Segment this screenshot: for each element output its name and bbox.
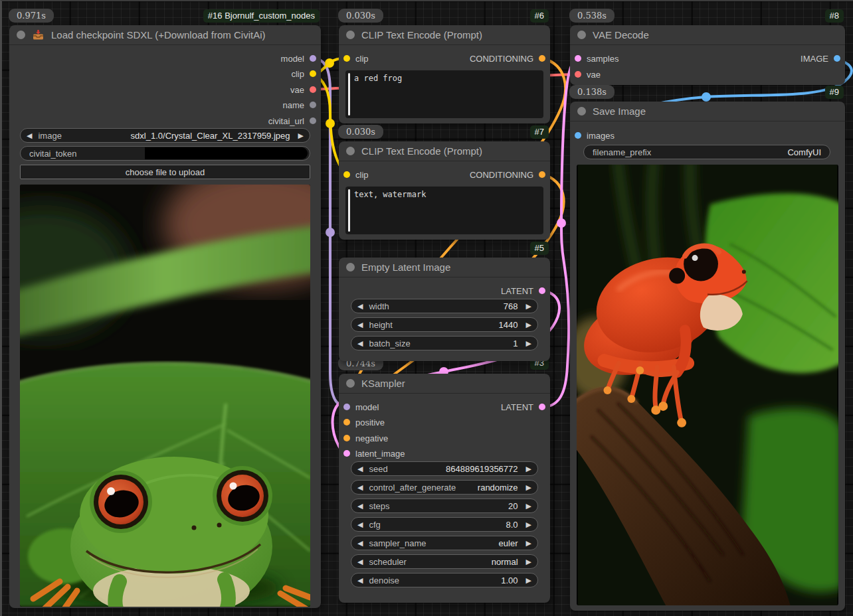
widget-value: 20 (508, 501, 518, 511)
node-id-badge: #16 Bjornulf_custom_nodes (203, 9, 320, 23)
redacted-token-value (145, 147, 308, 159)
node-title-bar[interactable]: CLIP Text Encode (Prompt) (339, 141, 550, 161)
slot-label: clip (291, 69, 304, 79)
prompt-textarea[interactable]: a red frog (345, 70, 543, 118)
combo-left-arrow-icon[interactable]: ◀ (357, 558, 363, 566)
combo-right-arrow-icon[interactable]: ▶ (526, 577, 531, 584)
combo-right-arrow-icon[interactable]: ▶ (526, 321, 531, 329)
clip-input-dot[interactable] (343, 55, 350, 62)
control-after-generate-combo-widget[interactable]: ◀ control_after_generate randomize ▶ (351, 480, 538, 495)
combo-left-arrow-icon[interactable]: ◀ (357, 484, 363, 491)
combo-left-arrow-icon[interactable]: ◀ (357, 321, 363, 329)
input-slot-model: model (343, 400, 379, 414)
combo-right-arrow-icon[interactable]: ▶ (526, 558, 531, 566)
width-combo-widget[interactable]: ◀ width 768 ▶ (351, 299, 538, 313)
vae-output-dot[interactable] (310, 86, 316, 93)
civitai-url-output-dot[interactable] (310, 117, 316, 124)
node-title-bar[interactable]: Empty Latent Image (339, 258, 550, 277)
cfg-combo-widget[interactable]: ◀ cfg 8.0 ▶ (351, 517, 538, 532)
workflow-canvas[interactable]: 0.971s #16 Bjornulf_custom_nodes Load ch… (0, 0, 853, 616)
combo-right-arrow-icon[interactable]: ▶ (526, 540, 531, 547)
slot-label: clip (355, 170, 369, 180)
combo-right-arrow-icon[interactable]: ▶ (526, 521, 531, 528)
combo-left-arrow-icon[interactable]: ◀ (357, 465, 363, 473)
combo-right-arrow-icon[interactable]: ▶ (526, 465, 531, 473)
samples-input-dot[interactable] (575, 55, 581, 62)
latent-output-dot[interactable] (539, 287, 545, 294)
vae-input-dot[interactable] (575, 71, 581, 78)
negative-input-dot[interactable] (343, 435, 350, 441)
batch-size-combo-widget[interactable]: ◀ batch_size 1 ▶ (351, 336, 538, 350)
node-title-bar[interactable]: VAE Decode (570, 25, 845, 45)
latent-output-dot[interactable] (539, 404, 545, 410)
latent-image-input-dot[interactable] (343, 450, 350, 457)
node-clip-text-encode-positive[interactable]: 0.030s #6 CLIP Text Encode (Prompt) clip… (339, 25, 550, 123)
combo-right-arrow-icon[interactable]: ▶ (526, 484, 531, 491)
prompt-textarea[interactable]: text, watermark (345, 187, 543, 234)
slot-label: vae (290, 85, 304, 95)
combo-left-arrow-icon[interactable]: ◀ (357, 577, 363, 584)
choose-file-button[interactable]: choose file to upload (20, 165, 310, 179)
combo-left-arrow-icon[interactable]: ◀ (357, 521, 363, 528)
node-title-bar[interactable]: Load checkpoint SDXL (+Download from Civ… (9, 25, 321, 45)
slot-label: images (587, 131, 615, 141)
node-vae-decode[interactable]: 0.538s #8 VAE Decode samples vae IMAGE (570, 25, 845, 85)
denoise-combo-widget[interactable]: ◀ denoise 1.00 ▶ (351, 573, 538, 587)
conditioning-output-dot[interactable] (539, 55, 545, 62)
height-combo-widget[interactable]: ◀ height 1440 ▶ (351, 317, 538, 332)
collapse-dot-icon[interactable] (346, 379, 355, 388)
node-title-bar[interactable]: KSampler (339, 374, 550, 394)
collapse-dot-icon[interactable] (346, 147, 355, 155)
image-output-dot[interactable] (834, 55, 840, 62)
model-input-dot[interactable] (343, 404, 350, 410)
scheduler-combo-widget[interactable]: ◀ scheduler normal ▶ (351, 554, 538, 569)
input-slot-samples: samples (575, 52, 618, 65)
input-slot-clip: clip (343, 52, 369, 65)
seed-combo-widget[interactable]: ◀ seed 864889619356772 ▶ (351, 461, 538, 476)
widget-label: filename_prefix (593, 147, 651, 157)
combo-right-arrow-icon[interactable]: ▶ (298, 132, 304, 139)
slot-label: positive (355, 418, 385, 427)
combo-left-arrow-icon[interactable]: ◀ (357, 540, 363, 547)
images-input-dot[interactable] (575, 132, 581, 139)
link-midpoint-dot (702, 92, 711, 102)
node-title-bar[interactable]: Save Image (570, 102, 845, 121)
name-output-dot[interactable] (310, 102, 316, 108)
combo-left-arrow-icon[interactable]: ◀ (357, 340, 363, 347)
filename-prefix-field[interactable]: filename_prefix ComfyUI (583, 145, 830, 159)
node-title: CLIP Text Encode (Prompt) (361, 29, 482, 40)
node-empty-latent-image[interactable]: #5 Empty Latent Image LATENT ◀ width 768… (339, 258, 550, 361)
slot-label: model (281, 54, 304, 64)
node-load-checkpoint[interactable]: 0.971s #16 Bjornulf_custom_nodes Load ch… (9, 25, 321, 608)
collapse-dot-icon[interactable] (577, 31, 586, 39)
collapse-dot-icon[interactable] (346, 263, 355, 271)
clip-input-dot[interactable] (343, 171, 350, 178)
combo-right-arrow-icon[interactable]: ▶ (526, 502, 531, 510)
positive-input-dot[interactable] (343, 419, 350, 425)
widget-value: ComfyUI (787, 147, 821, 157)
output-slot-name: name (282, 98, 316, 112)
node-id-badge: #8 (825, 9, 844, 23)
combo-left-arrow-icon[interactable]: ◀ (357, 303, 363, 310)
collapse-dot-icon[interactable] (17, 31, 25, 39)
steps-combo-widget[interactable]: ◀ steps 20 ▶ (351, 499, 538, 513)
node-ksampler[interactable]: 0.744s #3 KSampler model positive negati… (339, 374, 550, 603)
combo-left-arrow-icon[interactable]: ◀ (357, 502, 363, 510)
image-combo-widget[interactable]: ◀ image sdxl_1.0/Crystal_Clear_XL_231795… (20, 128, 310, 143)
link-midpoint-dot (325, 58, 334, 68)
collapse-dot-icon[interactable] (346, 31, 355, 39)
conditioning-output-dot[interactable] (539, 171, 545, 178)
clip-output-dot[interactable] (310, 70, 316, 77)
combo-right-arrow-icon[interactable]: ▶ (526, 303, 531, 310)
sampler-name-combo-widget[interactable]: ◀ sampler_name euler ▶ (351, 536, 538, 550)
model-output-dot[interactable] (310, 55, 316, 62)
node-title-bar[interactable]: CLIP Text Encode (Prompt) (339, 25, 550, 45)
node-save-image[interactable]: 0.138s #9 Save Image images filename_pre… (570, 102, 845, 611)
collapse-dot-icon[interactable] (577, 107, 586, 116)
combo-left-arrow-icon[interactable]: ◀ (27, 132, 32, 139)
civitai-token-field[interactable]: civitai_token (20, 146, 310, 161)
combo-right-arrow-icon[interactable]: ▶ (526, 340, 531, 347)
node-clip-text-encode-negative[interactable]: 0.030s #7 CLIP Text Encode (Prompt) clip… (339, 141, 550, 240)
output-slot-vae: vae (290, 83, 316, 96)
widget-value: 1 (513, 339, 518, 348)
